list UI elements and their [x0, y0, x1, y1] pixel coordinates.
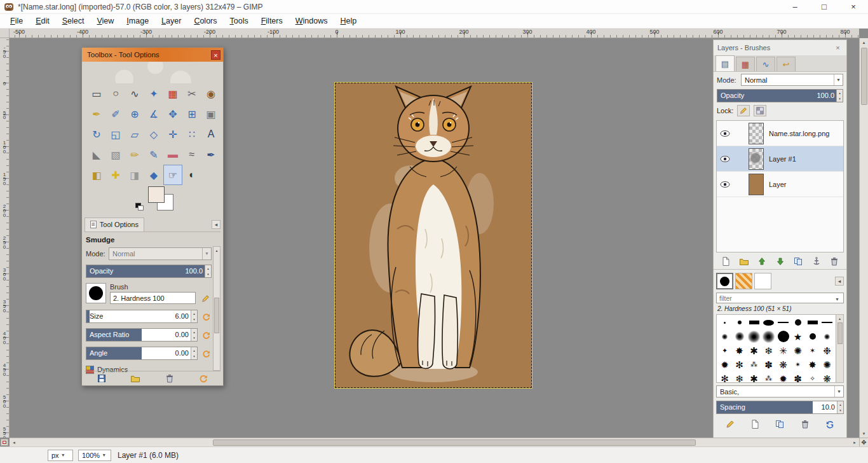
fuzzy-select-tool[interactable]: ✦: [144, 83, 163, 104]
layer-row[interactable]: Name.star.long.png: [717, 121, 843, 146]
color-picker-tool[interactable]: ✐: [106, 104, 125, 124]
pencil-tool[interactable]: ✏: [125, 144, 144, 165]
horizontal-scrollbar[interactable]: ◂ ▸: [10, 438, 859, 446]
menu-item[interactable]: Windows: [289, 15, 334, 27]
canvas-image[interactable]: [335, 83, 532, 388]
menu-item[interactable]: View: [90, 15, 120, 27]
scroll-up-arrow[interactable]: ▴: [837, 315, 843, 321]
dodge-burn-tool[interactable]: ◐: [182, 165, 201, 185]
menu-item[interactable]: Image: [120, 15, 155, 27]
opacity-slider[interactable]: Opacity 100.0 ▴▾: [86, 265, 212, 278]
scissors-select-tool[interactable]: ✂: [182, 83, 201, 104]
brush-item[interactable]: [732, 315, 747, 329]
layer-name[interactable]: Layer: [769, 181, 787, 188]
layer-thumbnail[interactable]: [749, 174, 764, 195]
delete-layer-button[interactable]: [827, 255, 841, 268]
ink-tool[interactable]: ✒: [201, 144, 220, 165]
layer-thumbnail[interactable]: [749, 148, 764, 170]
brush-item[interactable]: [805, 315, 820, 329]
delete-tool-preset-button[interactable]: [163, 372, 177, 385]
brush-item[interactable]: [776, 329, 790, 343]
brush-item[interactable]: ⁂: [761, 371, 776, 383]
maximize-button[interactable]: □: [810, 0, 839, 14]
reset-tool-options-button[interactable]: [196, 372, 210, 385]
toolbox-title-bar[interactable]: Toolbox - Tool Options ×: [82, 48, 223, 62]
menu-item[interactable]: Filters: [255, 15, 289, 27]
brushes-tab-menu-button[interactable]: ◂: [835, 277, 844, 286]
brush-item[interactable]: [805, 329, 820, 343]
foreground-select-tool[interactable]: ◉: [201, 83, 220, 104]
brush-item[interactable]: ✺: [820, 357, 834, 371]
brush-item[interactable]: ✶: [805, 343, 820, 357]
scrollbar-thumb[interactable]: [861, 48, 867, 105]
blur-sharpen-tool[interactable]: ◆: [144, 165, 163, 185]
reset-angle-button[interactable]: [201, 348, 212, 359]
brush-item[interactable]: ★: [790, 329, 805, 343]
layer-row[interactable]: Layer: [717, 172, 843, 197]
scrollbar-thumb[interactable]: [837, 322, 843, 344]
perspective-tool[interactable]: ◇: [144, 124, 163, 144]
toolbox-close-button[interactable]: ×: [211, 50, 220, 60]
tab-tool-options[interactable]: ≡ Tool Options: [85, 218, 144, 232]
vertical-scrollbar[interactable]: ▴ ▾: [859, 38, 868, 438]
reset-aspect-ratio-button[interactable]: [201, 329, 212, 340]
scroll-left-arrow[interactable]: ◂: [10, 438, 18, 446]
tab-brushes[interactable]: [716, 273, 733, 289]
free-select-tool[interactable]: ∿: [125, 83, 144, 104]
brush-grid-scrollbar[interactable]: ▴: [836, 315, 843, 382]
dock-close-button[interactable]: ×: [833, 43, 843, 53]
size-spinner[interactable]: ▴▾: [191, 310, 197, 322]
brush-item[interactable]: ❉: [820, 343, 834, 357]
brush-name-field[interactable]: 2. Hardness 100: [110, 292, 196, 304]
scroll-down-arrow[interactable]: ▾: [860, 429, 868, 438]
brush-item[interactable]: [820, 329, 834, 343]
dock-title-bar[interactable]: Layers - Brushes ×: [714, 40, 846, 55]
heal-tool[interactable]: ✚: [106, 165, 125, 185]
angle-slider[interactable]: Angle 0.00 ▴▾: [86, 347, 198, 360]
brush-item[interactable]: ✽: [790, 371, 805, 383]
lock-alpha-button[interactable]: [754, 105, 766, 116]
brush-item[interactable]: ✹: [776, 371, 790, 383]
brush-item[interactable]: ❋: [820, 371, 834, 383]
new-layer-button[interactable]: [719, 255, 733, 268]
visibility-eye-icon[interactable]: [717, 130, 733, 137]
refresh-brushes-button[interactable]: [823, 418, 837, 431]
brush-item[interactable]: [790, 315, 805, 329]
delete-brush-button[interactable]: [798, 418, 812, 431]
rotate-tool[interactable]: ↻: [87, 124, 106, 144]
layer-name[interactable]: Layer #1: [769, 155, 796, 163]
brush-item[interactable]: ✸: [805, 357, 820, 371]
paths-tool[interactable]: ✒: [87, 104, 106, 124]
brush-item[interactable]: ✻: [717, 371, 732, 383]
layer-opacity-spinner[interactable]: ▴▾: [836, 90, 843, 102]
ellipse-select-tool[interactable]: ○: [106, 83, 125, 104]
menu-item[interactable]: Tools: [224, 15, 255, 27]
brush-item[interactable]: ✧: [805, 371, 820, 383]
tab-patterns[interactable]: [735, 273, 752, 289]
rectangle-select-tool[interactable]: ▭: [87, 83, 106, 104]
gradient-tool[interactable]: ▧: [106, 144, 125, 165]
brush-item[interactable]: [761, 329, 776, 343]
unit-dropdown[interactable]: px ▼: [48, 450, 73, 461]
layer-mode-dropdown[interactable]: Normal ▼: [741, 74, 843, 86]
brush-item[interactable]: ✽: [761, 357, 776, 371]
horizontal-ruler[interactable]: -500-400-300-200-10001002003004005006007…: [10, 29, 859, 38]
eraser-tool[interactable]: ▬: [163, 144, 182, 165]
reset-size-button[interactable]: [201, 311, 212, 322]
zoom-dropdown[interactable]: 100% ▼: [78, 450, 111, 461]
brush-item[interactable]: ⁂: [747, 357, 761, 371]
opacity-spinner[interactable]: ▴▾: [205, 265, 211, 277]
bucket-fill-tool[interactable]: ◣: [87, 144, 106, 165]
brush-item[interactable]: ✱: [747, 371, 761, 383]
aspect-ratio-slider[interactable]: Aspect Ratio 0.00 ▴▾: [86, 328, 198, 342]
layer-opacity-slider[interactable]: Opacity 100.0 ▴▾: [717, 89, 843, 102]
lower-layer-button[interactable]: [773, 255, 787, 268]
brush-thumbnail[interactable]: [86, 283, 106, 303]
smudge-tool[interactable]: ☞: [163, 165, 182, 185]
new-layer-group-button[interactable]: [737, 255, 751, 268]
lock-pixels-button[interactable]: [737, 105, 750, 116]
crop-tool[interactable]: ▣: [201, 104, 220, 124]
size-slider[interactable]: Size 6.00 ▴▾: [86, 310, 198, 323]
menu-item[interactable]: Layer: [155, 15, 187, 27]
tool-options-scrollbar[interactable]: ▴: [213, 246, 220, 371]
